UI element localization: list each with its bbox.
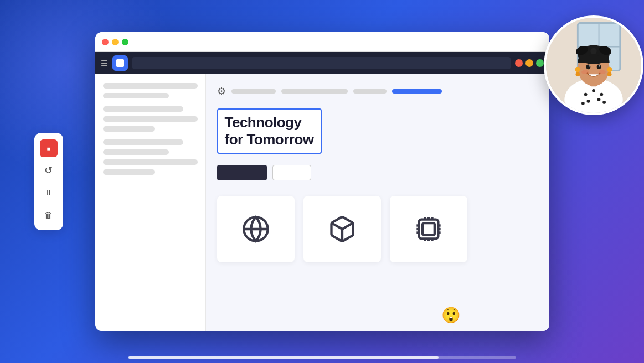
svg-point-30 bbox=[602, 101, 606, 104]
hero-title: Technology for Tomorrow bbox=[225, 114, 314, 148]
dot-red bbox=[515, 59, 523, 67]
pause-icon: ⏸ bbox=[45, 188, 53, 197]
svg-point-29 bbox=[581, 102, 585, 105]
surprised-emoji: 😲 bbox=[441, 307, 461, 324]
stop-button[interactable]: ■ bbox=[40, 139, 58, 157]
app-logo-inner bbox=[116, 59, 124, 67]
svg-point-40 bbox=[588, 65, 589, 66]
globe-icon-card bbox=[217, 196, 295, 262]
cta-secondary-button[interactable] bbox=[272, 165, 311, 180]
svg-point-24 bbox=[584, 93, 587, 96]
browser-window: ☰ bbox=[95, 32, 549, 331]
svg-point-41 bbox=[599, 65, 600, 66]
svg-point-43 bbox=[606, 67, 612, 72]
content-topbar: ⚙ bbox=[217, 85, 538, 97]
content-area: ⚙ Technology for Tomorrow bbox=[95, 74, 549, 331]
stop-icon: ■ bbox=[47, 146, 50, 152]
avatar-circle bbox=[544, 15, 643, 115]
traffic-light-yellow[interactable] bbox=[112, 39, 119, 45]
svg-point-45 bbox=[607, 72, 611, 76]
app-toolbar: ☰ bbox=[95, 52, 549, 74]
undo-icon: ↺ bbox=[44, 164, 53, 177]
browser-titlebar bbox=[95, 32, 549, 52]
svg-point-47 bbox=[598, 70, 605, 75]
svg-point-42 bbox=[575, 67, 580, 72]
topbar-line bbox=[231, 89, 276, 94]
traffic-light-red[interactable] bbox=[102, 39, 109, 45]
svg-rect-3 bbox=[423, 224, 435, 236]
hamburger-icon[interactable]: ☰ bbox=[101, 59, 108, 68]
box-icon bbox=[328, 215, 357, 243]
chip-icon bbox=[414, 215, 443, 243]
chip-icon-card bbox=[390, 196, 467, 262]
progress-bar-container[interactable] bbox=[128, 356, 516, 359]
hero-title-line1: Technology bbox=[225, 114, 302, 131]
sidebar bbox=[95, 74, 206, 331]
topbar-line bbox=[353, 89, 387, 94]
main-content: ⚙ Technology for Tomorrow bbox=[206, 74, 549, 331]
sidebar-line bbox=[103, 93, 169, 98]
globe-icon bbox=[241, 215, 270, 243]
sidebar-line bbox=[103, 126, 155, 132]
sidebar-line bbox=[103, 116, 198, 122]
dot-green bbox=[536, 59, 544, 67]
pause-button[interactable]: ⏸ bbox=[40, 184, 58, 201]
emoji-reaction: 😲 bbox=[441, 306, 461, 324]
sidebar-line bbox=[103, 106, 183, 112]
svg-point-27 bbox=[586, 100, 590, 103]
person-avatar bbox=[546, 15, 641, 115]
cta-row bbox=[217, 165, 538, 180]
svg-point-37 bbox=[590, 48, 596, 54]
sidebar-line bbox=[103, 149, 169, 155]
settings-icon: ⚙ bbox=[217, 85, 226, 97]
sidebar-line bbox=[103, 169, 155, 175]
trash-icon: 🗑 bbox=[44, 210, 53, 220]
traffic-light-green[interactable] bbox=[122, 39, 128, 45]
sidebar-line bbox=[103, 159, 198, 165]
hero-title-line2: for Tomorrow bbox=[225, 131, 314, 148]
toolbar-dots bbox=[515, 59, 544, 67]
url-bar[interactable] bbox=[132, 57, 511, 69]
sidebar-line bbox=[103, 83, 198, 89]
hero-text-box: Technology for Tomorrow bbox=[217, 108, 322, 154]
undo-button[interactable]: ↺ bbox=[40, 162, 58, 179]
hero-section: Technology for Tomorrow bbox=[217, 108, 538, 154]
svg-point-44 bbox=[575, 72, 580, 76]
app-logo bbox=[112, 55, 128, 71]
icons-row bbox=[217, 196, 538, 262]
svg-point-46 bbox=[581, 70, 589, 75]
svg-point-28 bbox=[597, 98, 600, 101]
svg-point-38 bbox=[586, 65, 590, 70]
sidebar-line bbox=[103, 139, 183, 145]
delete-button[interactable]: 🗑 bbox=[40, 206, 58, 224]
left-toolbar: ■ ↺ ⏸ 🗑 bbox=[34, 133, 63, 230]
svg-point-39 bbox=[596, 65, 601, 70]
svg-point-26 bbox=[600, 93, 603, 96]
dot-yellow bbox=[525, 59, 533, 67]
cta-primary-button[interactable] bbox=[217, 165, 267, 180]
box-icon-card bbox=[303, 196, 381, 262]
main-container: ■ ↺ ⏸ 🗑 ☰ bbox=[45, 21, 599, 342]
topbar-line bbox=[281, 89, 348, 94]
svg-point-25 bbox=[592, 89, 595, 92]
progress-bar-fill bbox=[128, 356, 439, 359]
topbar-line-accent bbox=[392, 89, 442, 94]
